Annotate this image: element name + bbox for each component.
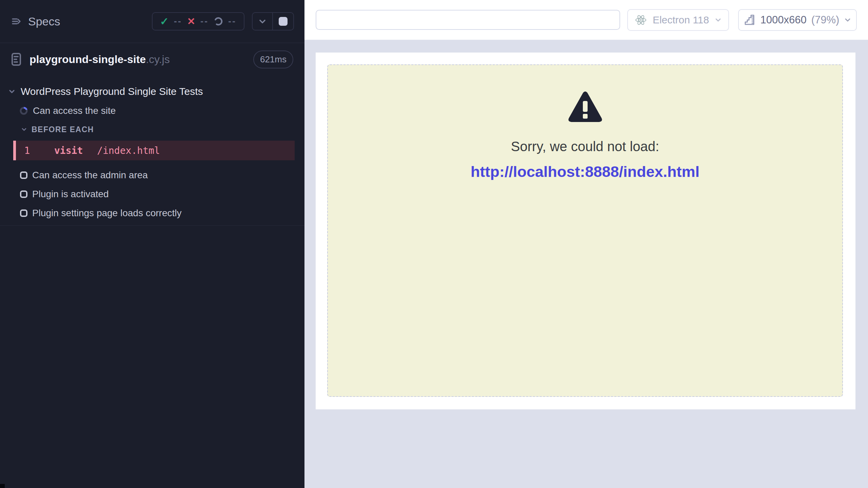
viewport-select[interactable]: 1000x660 (79%): [738, 9, 857, 31]
failed-count: --: [200, 16, 209, 27]
hook-label: BEFORE EACH: [32, 125, 94, 134]
chevron-down-icon: [21, 126, 27, 133]
aut-iframe: Sorry, we could not load: http://localho…: [316, 53, 855, 409]
run-stats: ✓ -- ✕ -- --: [152, 12, 294, 30]
viewport-size: 1000x660: [761, 14, 807, 26]
queued-test-title: Plugin is activated: [32, 189, 109, 200]
specs-list-icon: [11, 16, 21, 26]
run-controls: [252, 12, 294, 30]
stop-icon: [279, 17, 288, 26]
queued-square-icon: [20, 190, 27, 198]
stop-run-button[interactable]: [273, 13, 293, 30]
chevron-down-icon: [258, 17, 267, 26]
running-spinner-icon: [19, 106, 28, 115]
spec-file-row: playground-single-site.cy.js 621ms: [0, 43, 304, 76]
command-row[interactable]: 1 visit /index.html: [13, 141, 295, 160]
pending-ring-icon: [214, 17, 223, 26]
queued-test-row[interactable]: Plugin settings page loads correctly: [0, 204, 304, 223]
load-error-page: Sorry, we could not load: http://localho…: [327, 64, 843, 397]
reporter-header: Specs ✓ -- ✕ -- --: [0, 0, 304, 43]
warning-triangle-icon: [567, 91, 603, 124]
error-title: Sorry, we could not load:: [511, 139, 659, 154]
error-url-link[interactable]: http://localhost:8888/index.html: [471, 163, 699, 181]
tree-divider: [0, 225, 304, 226]
check-icon: ✓: [160, 16, 169, 27]
cypress-app: Specs ✓ -- ✕ -- --: [0, 0, 868, 488]
specs-title: Specs: [28, 15, 60, 28]
spec-file-extension: .cy.js: [146, 53, 170, 66]
runner-main: Electron 118 1000x66: [304, 0, 868, 488]
stats-summary: ✓ -- ✕ -- --: [152, 12, 244, 30]
command-message: /index.html: [97, 145, 160, 156]
browser-label: Electron 118: [653, 14, 709, 26]
pending-count: --: [228, 16, 236, 27]
scrollbar-corner: [0, 484, 5, 488]
electron-icon: [634, 14, 647, 26]
command-line-number: 1: [16, 145, 38, 156]
spec-file-name: playground-single-site: [29, 53, 146, 66]
command-name: visit: [54, 145, 83, 156]
spec-duration-badge: 621ms: [253, 50, 293, 68]
specs-menu-button[interactable]: Specs: [11, 15, 60, 28]
x-icon: ✕: [187, 17, 195, 26]
reporter-sidebar: Specs ✓ -- ✕ -- --: [0, 0, 304, 488]
browser-select[interactable]: Electron 118: [627, 9, 729, 31]
chevron-down-icon: [8, 88, 16, 95]
running-test-row[interactable]: Can access the site: [0, 101, 304, 120]
queued-square-icon: [20, 209, 27, 217]
collapse-all-button[interactable]: [253, 13, 273, 30]
chevron-down-icon: [844, 16, 851, 24]
chevron-down-icon: [714, 16, 722, 24]
suite-title: WordPress Playground Single Site Tests: [21, 86, 203, 97]
queued-test-row[interactable]: Can access the admin area: [0, 166, 304, 185]
url-input[interactable]: [316, 10, 620, 30]
hook-section-row[interactable]: BEFORE EACH: [0, 121, 304, 138]
queued-test-row[interactable]: Plugin is activated: [0, 185, 304, 204]
passed-count: --: [174, 16, 182, 27]
queued-test-title: Plugin settings page loads correctly: [32, 208, 181, 219]
queued-tests: Can access the admin area Plugin is acti…: [0, 166, 304, 223]
queued-square-icon: [20, 171, 27, 179]
test-tree: WordPress Playground Single Site Tests C…: [0, 76, 304, 226]
aut-stage: Sorry, we could not load: http://localho…: [304, 40, 868, 488]
runner-header: Electron 118 1000x66: [304, 0, 868, 40]
spec-file-icon: [11, 53, 21, 66]
viewport-scale: (79%): [811, 14, 840, 26]
running-test-title: Can access the site: [33, 105, 116, 116]
ruler-icon: [744, 14, 756, 26]
suite-row[interactable]: WordPress Playground Single Site Tests: [0, 82, 304, 101]
queued-test-title: Can access the admin area: [32, 170, 148, 181]
